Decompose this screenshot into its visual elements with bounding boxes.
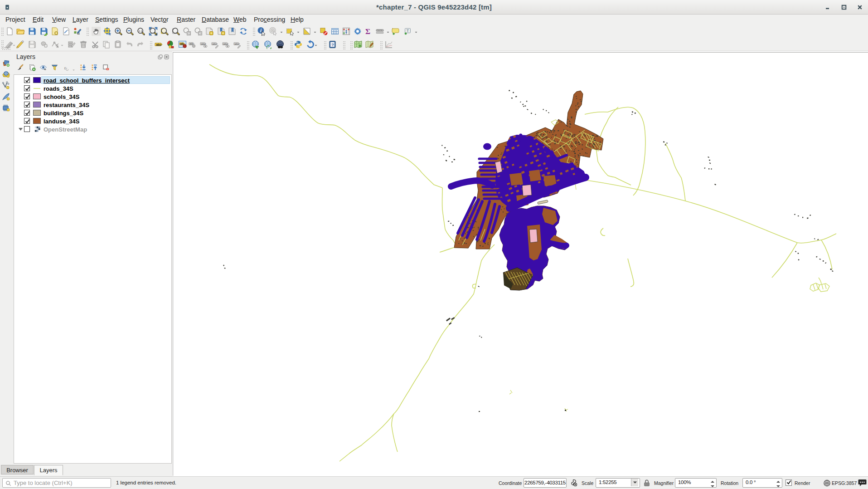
svg-text:Σ: Σ xyxy=(365,27,370,36)
svg-text:abc: abc xyxy=(156,43,162,46)
svg-text:1:1: 1:1 xyxy=(139,29,143,32)
svg-text:ab: ab xyxy=(190,42,194,45)
svg-text:abc: abc xyxy=(223,42,228,45)
svg-text:ab: ab xyxy=(180,42,184,45)
svg-text:abc: abc xyxy=(235,42,240,45)
svg-text:T: T xyxy=(407,29,409,33)
svg-text:abc: abc xyxy=(213,42,218,45)
svg-text:abc: abc xyxy=(201,42,206,45)
svg-text:?: ? xyxy=(331,43,334,47)
